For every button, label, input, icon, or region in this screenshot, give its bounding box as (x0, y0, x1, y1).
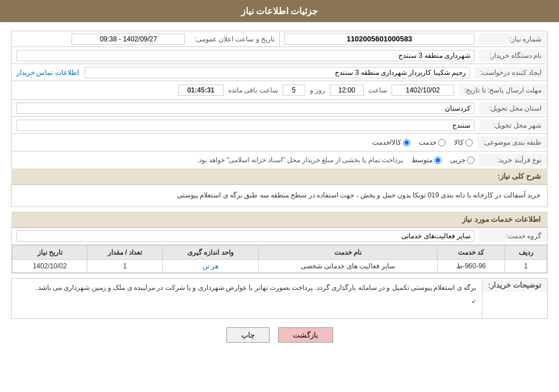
service-group-label: گروه خدمت: (479, 230, 547, 242)
cell-unit: هر تن (162, 259, 258, 272)
category-khedmat[interactable]: خدمت (419, 138, 445, 146)
col-code: کد خدمت (438, 245, 505, 259)
province-label: استان محل تحویل: (479, 102, 547, 115)
process-mottavasset[interactable]: متوسط (411, 156, 442, 164)
bottom-buttons: بازگشت چاپ (11, 327, 548, 343)
need-number-value (280, 31, 479, 47)
col-date: تاریخ نیاز (12, 245, 87, 259)
category-khedmat-radio[interactable] (438, 139, 445, 146)
services-table: ردیف کد خدمت نام خدمت واحد اندازه گیری ت… (12, 245, 547, 273)
print-button[interactable]: چاپ (226, 327, 270, 343)
deadline-days-label: روز و (310, 86, 325, 94)
cell-row: 1 (505, 259, 547, 272)
category-kala-khedmat[interactable]: کالا/خدمت (372, 138, 410, 146)
process-jozii-radio[interactable] (467, 157, 474, 164)
cell-qty: 1 (87, 259, 162, 272)
remaining-label: ساعت باقی مانده (228, 86, 278, 94)
general-desc-box: خرید آسفالت در کارخانه با دانه بندی 019 … (11, 184, 548, 207)
header-title: جزئیات اطلاعات نیاز (241, 6, 318, 16)
category-kala-khedmat-radio[interactable] (403, 139, 410, 146)
province-input[interactable] (16, 103, 474, 114)
process-radio-group: جزیی متوسط (411, 156, 474, 164)
category-label: طبقه بندی موضوعی: (477, 136, 547, 149)
remaining-time-input[interactable] (178, 85, 224, 96)
buyer-notes-container: توضیحات خریدار: برگه ی استعلام پیوستی تک… (11, 278, 548, 319)
process-type-label: نوع فرآیند خرید: (479, 154, 547, 166)
deadline-time-input[interactable] (330, 85, 364, 96)
process-note: پرداخت تمام یا بخشی از مبلغ خریدار محل "… (197, 156, 403, 164)
general-desc-text: خرید آسفالت در کارخانه با دانه بندی 019 … (177, 191, 540, 199)
requester-value: اطلاعات تماس خریدار (12, 65, 474, 80)
service-group-input[interactable] (16, 230, 474, 242)
need-number-input[interactable] (284, 33, 474, 45)
col-row: ردیف (505, 245, 547, 259)
deadline-label: مهلت ارسال پاسخ: تا تاریخ: (459, 84, 547, 96)
process-mottavasset-radio[interactable] (434, 157, 442, 164)
back-button[interactable]: بازگشت (278, 327, 333, 343)
page-header: جزئیات اطلاعات نیاز (0, 0, 559, 22)
col-qty: تعداد / مقدار (87, 245, 162, 259)
general-desc-section-title: شرح کلی نیاز: (11, 168, 548, 184)
deadline-days-input[interactable] (283, 85, 305, 96)
buyer-org-input[interactable] (16, 50, 474, 61)
col-name: نام خدمت (259, 245, 438, 259)
contact-info-link[interactable]: اطلاعات تماس خریدار (16, 69, 79, 77)
announcement-label: تاریخ و ساعت اعلان عمومی: (190, 33, 279, 45)
table-row: 1 960-96-ط سایر فعالیت های خدماتی شخصی ه… (12, 259, 547, 272)
buyer-notes-content: برگه ی استعلام پیوستی تکمیل و در سامانه … (12, 279, 482, 318)
buyer-org-value (12, 48, 479, 63)
unit-link[interactable]: هر تن (203, 262, 218, 270)
announcement-value (12, 32, 190, 47)
deadline-date-input[interactable] (392, 85, 454, 96)
buyer-notes-text: برگه ی استعلام پیوستی تکمیل و در سامانه … (36, 284, 476, 292)
city-label: شهر محل تحویل: (479, 119, 547, 132)
deadline-time-label: ساعت (368, 86, 387, 94)
need-number-label: شماره نیاز: (479, 33, 547, 45)
category-kala-radio[interactable] (465, 139, 473, 146)
city-input[interactable] (16, 120, 474, 131)
buyer-notes-label: توضیحات خریدار: (482, 279, 547, 292)
cell-code: 960-96-ط (438, 259, 505, 272)
service-info-section-title: اطلاعات خدمات مورد نیاز (11, 212, 548, 227)
category-kala[interactable]: کالا (454, 138, 473, 146)
requester-label: ایجاد کننده درخواست: (474, 66, 547, 79)
cell-name: سایر فعالیت های خدماتی شخصی (259, 259, 438, 272)
requester-input[interactable] (85, 67, 470, 78)
buyer-org-label: نام دستگاه خریدار: (479, 49, 547, 62)
category-radio-group: کالا خدمت کالا/خدمت (16, 138, 473, 146)
announcement-input[interactable] (72, 33, 185, 45)
process-jozii[interactable]: جزیی (450, 156, 474, 164)
cell-date: 1402/10/02 (12, 259, 87, 272)
col-unit: واحد اندازه گیری (162, 245, 258, 259)
